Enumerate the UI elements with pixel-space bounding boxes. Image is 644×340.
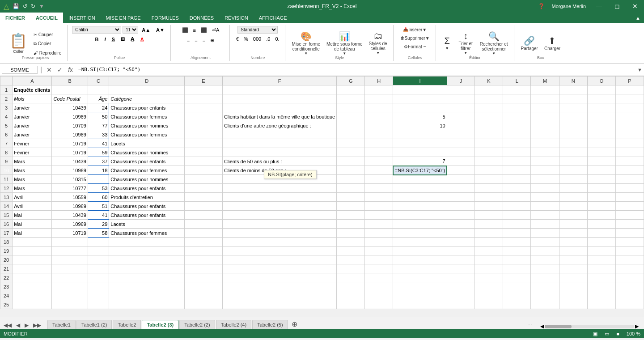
cell-L23[interactable] [503,282,531,291]
scroll-left-btn[interactable]: ◀ [540,323,544,329]
cell-J7[interactable] [447,139,475,148]
cell-C9[interactable]: 37 [88,157,109,166]
cell-P1[interactable] [616,85,644,94]
somme-btn[interactable]: Σ ▼ [441,30,454,56]
row-header-8[interactable]: 8 [0,148,13,157]
cell-F14[interactable] [222,202,336,211]
cell-K11[interactable] [475,175,503,184]
cell-J21[interactable] [447,264,475,273]
cell-D11[interactable]: Chaussures pour hommes [109,175,185,184]
expand-formula-btn[interactable]: ▼ [637,67,642,72]
partager-btn[interactable]: 🔗 Partager [519,30,540,56]
cell-J8[interactable] [447,148,475,157]
cell-J17[interactable] [447,229,475,238]
row-header-20[interactable]: 20 [0,255,13,264]
cell-A13[interactable]: Avril [13,193,52,202]
cell-F5[interactable]: Clients d'une autre zone géographique : [222,121,336,130]
cell-G6[interactable] [337,130,365,139]
cell-C18[interactable] [88,238,109,246]
cell-E24[interactable] [184,291,222,300]
cell-E1[interactable] [184,85,222,94]
cell-M1[interactable] [531,85,559,94]
cell-N23[interactable] [559,282,587,291]
align-right-btn[interactable]: ≡ [201,37,207,45]
couper-button[interactable]: ✂ Couper [31,31,64,38]
cell-L3[interactable] [503,103,531,112]
cell-M9[interactable] [531,157,559,166]
cell-O24[interactable] [587,291,615,300]
cell-I2[interactable] [393,94,447,103]
cell-I17[interactable] [393,229,447,238]
cell-P10[interactable] [616,166,644,175]
cell-K10[interactable] [475,166,503,175]
cell-C24[interactable] [88,291,109,300]
cell-K22[interactable] [475,273,503,282]
cell-F7[interactable] [222,139,336,148]
cell-G21[interactable] [337,264,365,273]
cell-L18[interactable] [503,238,531,246]
cell-K6[interactable] [475,130,503,139]
cell-D2[interactable]: Catégorie [109,94,185,103]
cell-F16[interactable] [222,220,336,229]
cell-L6[interactable] [503,130,531,139]
cell-B6[interactable]: 10969 [52,130,88,139]
col-header-N[interactable]: N [559,76,587,85]
cell-E21[interactable] [184,264,222,273]
cell-K17[interactable] [475,229,503,238]
cell-O14[interactable] [587,202,615,211]
cell-I9[interactable]: 7 [393,157,447,166]
cell-P23[interactable] [616,282,644,291]
cell-J25[interactable] [447,300,475,309]
coller-button[interactable]: 📋 Coller [7,30,30,56]
cell-N21[interactable] [559,264,587,273]
col-header-L[interactable]: L [503,76,531,85]
cell-O21[interactable] [587,264,615,273]
cell-C4[interactable]: 50 [88,112,109,121]
cell-N25[interactable] [559,300,587,309]
cell-C6[interactable]: 33 [88,130,109,139]
cell-B25[interactable] [52,300,88,309]
cell-H11[interactable] [365,175,393,184]
cell-K19[interactable] [475,246,503,255]
cell-J16[interactable] [447,220,475,229]
cell-C22[interactable] [88,273,109,282]
cell-C20[interactable] [88,255,109,264]
cell-J22[interactable] [447,273,475,282]
cell-G5[interactable] [337,121,365,130]
cell-L5[interactable] [503,121,531,130]
cell-A9[interactable]: Mars [13,157,52,166]
sheet-tab-tabelle2-(3)[interactable]: Tabelle2 (3) [142,320,178,329]
cell-O11[interactable] [587,175,615,184]
cell-C19[interactable] [88,246,109,255]
cell-H3[interactable] [365,103,393,112]
row-header-17[interactable]: 17 [0,229,13,238]
view-layout-btn[interactable]: ▭ [605,331,609,337]
cell-E25[interactable] [184,300,222,309]
cell-H14[interactable] [365,202,393,211]
view-normal-btn[interactable]: ▣ [593,331,597,337]
cell-H25[interactable] [365,300,393,309]
cell-G12[interactable] [337,184,365,193]
cell-L12[interactable] [503,184,531,193]
cell-F12[interactable] [222,184,336,193]
cell-K8[interactable] [475,148,503,157]
cell-D10[interactable]: Chaussures pour femmes [109,166,185,175]
cell-M10[interactable] [531,166,559,175]
horizontal-scrollbar[interactable] [545,325,634,328]
cell-C3[interactable]: 24 [88,103,109,112]
cell-F24[interactable] [222,291,336,300]
row-header-24[interactable]: 24 [0,291,13,300]
sheet-scroll-area[interactable]: A B C D E F G H I J K L M N O P [0,76,644,317]
row-header-4[interactable]: 4 [0,112,13,121]
trier-btn[interactable]: ↕ Trier etfiltrer ▼ [456,30,476,56]
cell-L25[interactable] [503,300,531,309]
cell-J15[interactable] [447,211,475,220]
cell-A3[interactable]: Janvier [13,103,52,112]
cell-D22[interactable] [109,273,185,282]
cell-H1[interactable] [365,85,393,94]
cell-I12[interactable] [393,184,447,193]
cell-K24[interactable] [475,291,503,300]
row-header-25[interactable]: 25 [0,300,13,309]
cell-B9[interactable]: 10439 [52,157,88,166]
cell-D15[interactable]: Chaussures pour enfants [109,211,185,220]
